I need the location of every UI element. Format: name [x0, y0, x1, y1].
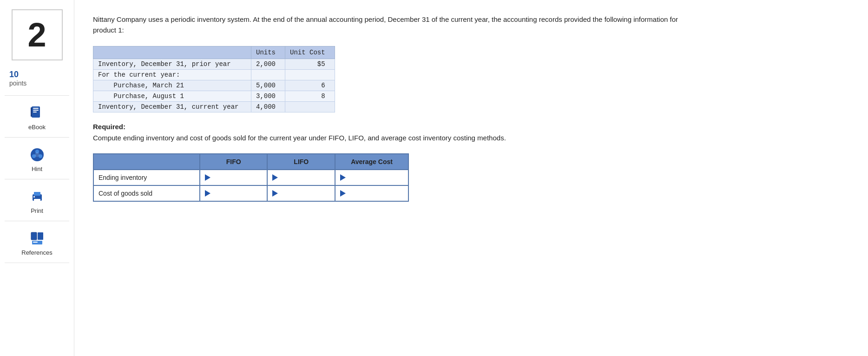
answer-col-lifo: LIFO: [267, 154, 335, 170]
points-number: 10: [9, 70, 19, 79]
avg-cogs-input[interactable]: [348, 190, 394, 197]
main-content: Nittany Company uses a periodic inventor…: [74, 0, 868, 356]
svg-rect-11: [34, 192, 40, 196]
info-col-units: Units: [251, 46, 285, 59]
row-label: Inventory, December 31, current year: [93, 101, 251, 112]
svg-rect-14: [31, 232, 37, 240]
table-row: Inventory, December 31, prior year 2,000…: [93, 59, 335, 69]
row-label: Purchase, August 1: [93, 91, 251, 101]
required-text: Compute ending inventory and cost of goo…: [93, 132, 674, 143]
sidebar: 2 10 points eBook: [0, 0, 74, 356]
info-table: Units Unit Cost Inventory, December 31, …: [93, 46, 335, 112]
sidebar-references-label: References: [21, 249, 52, 256]
answer-col-fifo: FIFO: [200, 154, 268, 170]
svg-rect-1: [33, 108, 39, 109]
fifo-ending-inventory-cell[interactable]: [200, 170, 268, 185]
info-col-label: [93, 46, 251, 59]
row-unit-cost: [285, 69, 335, 80]
svg-rect-13: [33, 196, 35, 198]
row-label: For the current year:: [93, 69, 251, 80]
triangle-icon: [340, 190, 346, 197]
row-unit-cost: 8: [285, 91, 335, 101]
question-number-box: 2: [12, 9, 63, 60]
triangle-icon: [340, 174, 346, 181]
sidebar-item-hint[interactable]: Hint: [5, 137, 69, 179]
sidebar-items: eBook Hint: [5, 95, 69, 263]
question-number: 2: [27, 16, 46, 54]
table-row: For the current year:: [93, 69, 335, 80]
avg-ending-inventory-input[interactable]: [348, 174, 394, 181]
svg-rect-4: [31, 107, 32, 117]
sidebar-item-print[interactable]: Print: [5, 179, 69, 221]
ebook-icon: [28, 104, 46, 122]
svg-rect-12: [34, 199, 40, 202]
sidebar-item-references[interactable]: References: [5, 221, 69, 263]
answer-col-empty: [93, 154, 200, 170]
triangle-icon: [272, 190, 278, 197]
svg-point-9: [35, 152, 39, 157]
lifo-ending-inventory-cell[interactable]: [267, 170, 335, 185]
row-label: Inventory, December 31, prior year: [93, 59, 251, 69]
fifo-ending-inventory-input[interactable]: [212, 174, 259, 181]
row-unit-cost: [285, 101, 335, 112]
lifo-cogs-cell[interactable]: [267, 185, 335, 201]
svg-rect-18: [33, 242, 38, 243]
print-icon: [28, 188, 46, 205]
points-label: points: [9, 79, 26, 87]
row-unit-cost: $5: [285, 59, 335, 69]
avg-ending-inventory-cell[interactable]: [335, 170, 408, 185]
fifo-cogs-cell[interactable]: [200, 185, 268, 201]
avg-cogs-cell[interactable]: [335, 185, 408, 201]
hint-icon: [28, 146, 46, 164]
lifo-ending-inventory-input[interactable]: [280, 174, 326, 181]
required-label: Required:: [93, 123, 849, 131]
sidebar-item-ebook[interactable]: eBook: [5, 95, 69, 137]
svg-rect-3: [33, 112, 37, 112]
row-units: 4,000: [251, 101, 285, 112]
triangle-icon: [272, 174, 278, 181]
sidebar-hint-label: Hint: [32, 165, 42, 172]
row-unit-cost: 6: [285, 80, 335, 91]
row-units: [251, 69, 285, 80]
triangle-icon: [205, 174, 210, 181]
row-units: 3,000: [251, 91, 285, 101]
table-row: Ending inventory: [93, 170, 408, 185]
table-row: Inventory, December 31, current year 4,0…: [93, 101, 335, 112]
problem-text: Nittany Company uses a periodic inventor…: [93, 14, 697, 36]
answer-col-avg: Average Cost: [335, 154, 408, 170]
lifo-cogs-input[interactable]: [280, 190, 326, 197]
table-row: Cost of goods sold: [93, 185, 408, 201]
references-icon: [28, 230, 46, 247]
answer-table: FIFO LIFO Average Cost Ending inventory: [93, 153, 409, 202]
table-row: Purchase, August 1 3,000 8: [93, 91, 335, 101]
svg-rect-16: [38, 232, 43, 240]
table-row: Purchase, March 21 5,000 6: [93, 80, 335, 91]
points-section: 10 points: [5, 70, 69, 87]
row-ending-inventory-label: Ending inventory: [93, 170, 200, 185]
triangle-icon: [205, 190, 210, 197]
row-cogs-label: Cost of goods sold: [93, 185, 200, 201]
sidebar-print-label: Print: [31, 207, 43, 214]
row-units: 5,000: [251, 80, 285, 91]
svg-rect-2: [33, 110, 39, 111]
sidebar-ebook-label: eBook: [28, 124, 46, 131]
fifo-cogs-input[interactable]: [212, 190, 259, 197]
info-col-unit-cost: Unit Cost: [285, 46, 335, 59]
row-label: Purchase, March 21: [93, 80, 251, 91]
row-units: 2,000: [251, 59, 285, 69]
